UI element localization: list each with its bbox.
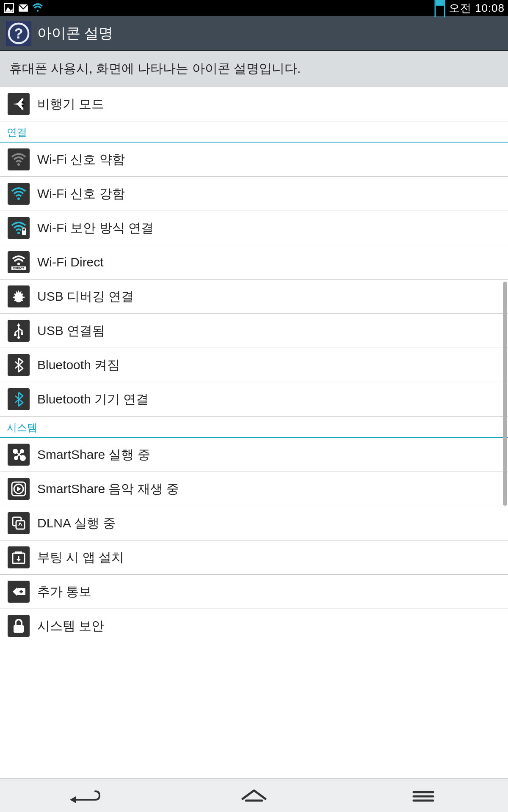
item-label: 추가 통보	[37, 583, 91, 601]
svg-point-41	[19, 523, 20, 524]
list-item[interactable]: Bluetooth 기기 연결	[0, 382, 508, 417]
svg-rect-28	[21, 332, 23, 335]
usb-debug-icon	[8, 285, 30, 307]
svg-line-22	[21, 294, 23, 295]
item-label: DLNA 실행 중	[37, 515, 116, 532]
system-security-icon	[8, 615, 30, 637]
wifi-strong-icon	[8, 183, 30, 205]
item-label: SmartShare 실행 중	[37, 446, 150, 464]
svg-point-11	[17, 232, 20, 234]
list-item[interactable]: 시스템 보안	[0, 609, 508, 643]
status-right: 오전 10:08	[434, 1, 505, 16]
section-header-system: 시스템	[0, 417, 508, 438]
item-label: Bluetooth 기기 연결	[37, 391, 149, 408]
gmail-icon	[18, 3, 29, 14]
scrollbar[interactable]	[503, 282, 507, 506]
svg-point-13	[17, 263, 20, 265]
svg-rect-43	[15, 551, 22, 554]
list-item[interactable]: Bluetooth 켜짐	[0, 348, 508, 382]
item-label: Wi-Fi 보안 방식 연결	[37, 219, 154, 237]
list-item[interactable]: SmartShare 음악 재생 중	[0, 472, 508, 506]
clock-text: 오전 10:08	[449, 1, 505, 16]
item-label: 시스템 보안	[37, 617, 104, 635]
svg-marker-27	[17, 323, 20, 326]
svg-line-24	[21, 300, 23, 301]
boot-install-icon	[8, 546, 30, 568]
item-label: Wi-Fi 신호 강함	[37, 185, 125, 203]
status-bar: 오전 10:08	[0, 0, 508, 16]
battery-icon	[434, 3, 445, 14]
list-item[interactable]: Wi-Fi 신호 약함	[0, 143, 508, 177]
list-item[interactable]: USB 디버깅 연결	[0, 280, 508, 314]
list-item[interactable]: USB 연결됨	[0, 314, 508, 348]
help-icon: ?	[6, 21, 31, 46]
description-text: 휴대폰 사용시, 화면에 나타나는 아이콘 설명입니다.	[0, 51, 508, 87]
list-item[interactable]: 비행기 모드	[0, 87, 508, 121]
svg-line-20	[20, 291, 21, 293]
list-item[interactable]: Wi-Fi 신호 강함	[0, 177, 508, 211]
menu-button[interactable]	[398, 785, 449, 806]
list-item[interactable]: SmartShare 실행 중	[0, 438, 508, 472]
svg-point-29	[14, 334, 17, 336]
smartshare-icon	[8, 444, 30, 466]
svg-line-21	[14, 294, 16, 295]
item-label: Bluetooth 켜짐	[37, 357, 120, 374]
item-label: 비행기 모드	[37, 96, 104, 113]
item-label: SmartShare 음악 재생 중	[37, 480, 179, 498]
svg-point-10	[17, 198, 20, 200]
section-header-connection: 연결	[0, 121, 508, 143]
svg-line-23	[14, 300, 16, 301]
svg-text:DIRECT: DIRECT	[13, 267, 25, 270]
item-label: USB 연결됨	[37, 322, 105, 340]
svg-rect-40	[16, 521, 25, 529]
svg-point-26	[17, 336, 20, 339]
bluetooth-connected-icon	[8, 388, 30, 410]
list-item[interactable]: Wi-Fi 보안 방식 연결	[0, 211, 508, 245]
wifi-status-icon	[32, 3, 43, 14]
list-item[interactable]: DIRECT Wi-Fi Direct	[0, 245, 508, 280]
svg-marker-45	[17, 559, 21, 562]
svg-rect-12	[22, 230, 26, 235]
svg-marker-1	[5, 7, 12, 12]
svg-point-9	[17, 163, 20, 166]
wifi-secure-icon	[8, 217, 30, 239]
wifi-direct-icon: DIRECT	[8, 251, 30, 273]
wifi-weak-icon	[8, 148, 30, 170]
svg-rect-50	[14, 625, 24, 633]
navigation-bar	[0, 778, 508, 812]
svg-marker-46	[13, 587, 17, 596]
list-item[interactable]: 추가 통보	[0, 575, 508, 609]
page-title: 아이콘 설명	[37, 24, 113, 43]
smartshare-play-icon	[8, 478, 30, 500]
item-label: Wi-Fi 신호 약함	[37, 151, 125, 168]
bluetooth-on-icon	[8, 354, 30, 376]
status-left	[3, 3, 43, 14]
home-button[interactable]	[229, 785, 279, 806]
airplane-icon	[8, 93, 30, 115]
more-notification-icon	[8, 581, 30, 603]
item-label: Wi-Fi Direct	[37, 255, 104, 269]
svg-rect-6	[436, 1, 444, 5]
item-label: USB 디버깅 연결	[37, 288, 134, 305]
svg-point-3	[37, 10, 39, 11]
icon-list[interactable]: 비행기 모드 연결 Wi-Fi 신호 약함 Wi-Fi 신호 강함 Wi-Fi …	[0, 87, 508, 782]
svg-text:?: ?	[14, 25, 23, 41]
svg-marker-51	[70, 796, 76, 803]
list-item[interactable]: 부팅 시 앱 설치	[0, 540, 508, 575]
item-label: 부팅 시 앱 설치	[37, 549, 124, 566]
back-button[interactable]	[59, 785, 110, 806]
list-item[interactable]: DLNA 실행 중	[0, 506, 508, 540]
usb-connected-icon	[8, 320, 30, 342]
svg-line-19	[16, 291, 17, 293]
picture-icon	[3, 3, 14, 14]
svg-marker-38	[17, 486, 21, 491]
dlna-icon	[8, 512, 30, 534]
app-bar: ? 아이콘 설명	[0, 16, 508, 51]
